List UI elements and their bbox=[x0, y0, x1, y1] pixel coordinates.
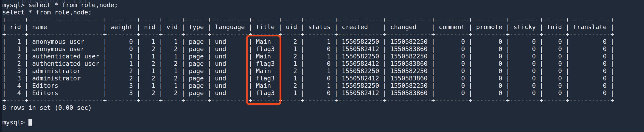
terminal-screen[interactable]: mysql> select * from role,node; select *… bbox=[0, 0, 644, 127]
command-echo-text: select * from role,node; bbox=[2, 9, 92, 16]
prompt-label: mysql> bbox=[2, 1, 25, 8]
prompt-label-current: mysql> bbox=[2, 119, 25, 126]
status-line: 8 rows in set (0.00 sec) bbox=[2, 104, 92, 111]
command-text: select * from role,node; bbox=[28, 1, 118, 8]
terminal-window: password.txt mysql> select * from role,n… bbox=[0, 0, 644, 132]
result-table-ascii: +-----+--------------------+--------+---… bbox=[2, 16, 614, 104]
text-cursor[interactable] bbox=[28, 119, 32, 126]
